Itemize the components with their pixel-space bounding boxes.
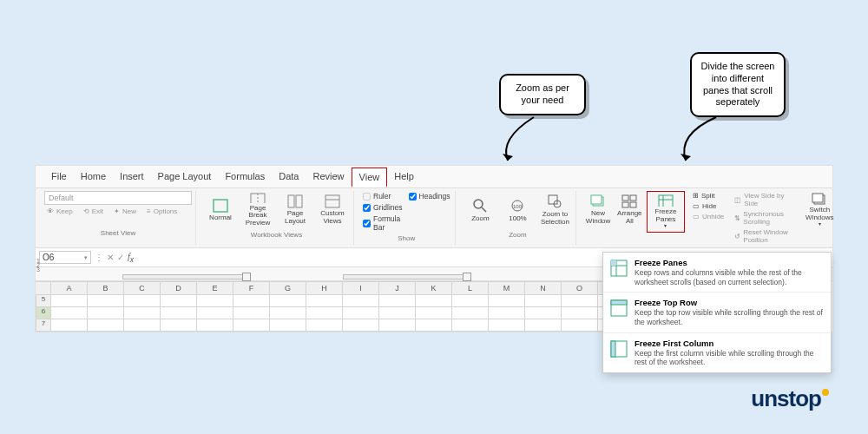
formula-bar-checkbox[interactable]: Formula Bar: [361, 214, 404, 233]
cell[interactable]: [124, 295, 161, 307]
col-header[interactable]: H: [306, 281, 343, 295]
cell[interactable]: [562, 295, 598, 307]
keep-button[interactable]: 👁Keep: [44, 207, 76, 216]
cell[interactable]: [343, 319, 379, 332]
arrange-all-button[interactable]: Arrange All: [615, 191, 644, 229]
cell[interactable]: [489, 307, 525, 319]
split-button[interactable]: ⊞Split: [690, 191, 727, 201]
col-header[interactable]: B: [88, 281, 124, 295]
freeze-top-row-item[interactable]: Freeze Top RowKeep the top row visible w…: [603, 293, 831, 332]
col-header[interactable]: C: [124, 281, 161, 295]
headings-checkbox[interactable]: Headings: [407, 191, 452, 201]
cell[interactable]: [343, 295, 379, 307]
side-by-side-button[interactable]: ◫View Side by Side: [732, 191, 801, 208]
cell[interactable]: [452, 319, 489, 332]
col-header[interactable]: F: [233, 281, 270, 295]
switch-windows-button[interactable]: Switch Windows▾: [804, 191, 835, 229]
options-button[interactable]: ≡Options: [144, 207, 180, 216]
tab-home[interactable]: Home: [74, 168, 113, 187]
zoom-100-button[interactable]: 100100%: [500, 191, 535, 229]
cell[interactable]: [452, 307, 489, 319]
cell[interactable]: [51, 307, 88, 319]
custom-views-button[interactable]: Custom Views: [315, 191, 350, 229]
cell[interactable]: [306, 295, 343, 307]
tab-help[interactable]: Help: [387, 168, 421, 187]
col-header[interactable]: A: [51, 281, 88, 295]
split-bar[interactable]: [122, 274, 244, 279]
cell[interactable]: [124, 319, 161, 332]
split-handle[interactable]: [463, 273, 471, 281]
hide-button[interactable]: ▭Hide: [690, 201, 727, 211]
cell[interactable]: [562, 319, 598, 332]
row-header[interactable]: 7: [36, 319, 51, 332]
cell[interactable]: [197, 295, 233, 307]
cell[interactable]: [161, 319, 197, 332]
tab-file[interactable]: File: [44, 168, 74, 187]
cell[interactable]: [452, 295, 489, 307]
new-window-button[interactable]: New Window: [583, 191, 612, 229]
zoom-selection-button[interactable]: Zoom to Selection: [537, 191, 572, 229]
col-header[interactable]: J: [379, 281, 416, 295]
tab-view[interactable]: View: [352, 168, 388, 187]
col-header[interactable]: G: [270, 281, 306, 295]
cell[interactable]: [562, 307, 598, 319]
cell[interactable]: [306, 307, 343, 319]
tab-review[interactable]: Review: [306, 168, 351, 187]
tab-formulas[interactable]: Formulas: [218, 168, 272, 187]
freeze-first-col-item[interactable]: Freeze First ColumnKeep the first column…: [603, 333, 831, 372]
cell[interactable]: [197, 307, 233, 319]
sync-scroll-button[interactable]: ⇅Synchronous Scrolling: [732, 209, 801, 227]
name-box[interactable]: O6▾: [39, 251, 91, 264]
cell[interactable]: [306, 319, 343, 332]
new-button[interactable]: ✦New: [111, 207, 139, 216]
reset-window-button[interactable]: ↺Reset Window Position: [732, 227, 801, 245]
col-header[interactable]: O: [562, 281, 598, 295]
cancel-icon[interactable]: ✕: [107, 253, 114, 262]
cell[interactable]: [88, 295, 124, 307]
cell[interactable]: [270, 307, 306, 319]
cell[interactable]: [525, 307, 562, 319]
cell[interactable]: [233, 295, 270, 307]
cell[interactable]: [525, 319, 562, 332]
tab-data[interactable]: Data: [272, 168, 306, 187]
cell[interactable]: [51, 295, 88, 307]
cell[interactable]: [416, 295, 452, 307]
cell[interactable]: [525, 295, 562, 307]
tab-insert[interactable]: Insert: [113, 168, 151, 187]
normal-button[interactable]: Normal: [203, 191, 238, 229]
page-layout-button[interactable]: Page Layout: [278, 191, 312, 229]
page-break-button[interactable]: Page Break Preview: [240, 191, 275, 229]
col-header[interactable]: M: [489, 281, 525, 295]
cell[interactable]: [161, 295, 197, 307]
col-header[interactable]: L: [452, 281, 489, 295]
cell[interactable]: [51, 319, 88, 332]
cell[interactable]: [343, 307, 379, 319]
col-header[interactable]: K: [416, 281, 452, 295]
freeze-panes-button[interactable]: Freeze Panes▾: [648, 193, 683, 231]
col-header[interactable]: I: [343, 281, 379, 295]
cell[interactable]: [489, 295, 525, 307]
cell[interactable]: [379, 307, 416, 319]
cell[interactable]: [88, 307, 124, 319]
col-header[interactable]: N: [525, 281, 562, 295]
cell[interactable]: [270, 295, 306, 307]
col-header[interactable]: D: [161, 281, 197, 295]
cell[interactable]: [233, 319, 270, 332]
col-header[interactable]: E: [197, 281, 233, 295]
cell[interactable]: [124, 307, 161, 319]
cell[interactable]: [416, 319, 452, 332]
tab-page-layout[interactable]: Page Layout: [151, 168, 219, 187]
cell[interactable]: [379, 319, 416, 332]
zoom-button[interactable]: Zoom: [463, 191, 497, 229]
gridlines-checkbox[interactable]: Gridlines: [361, 202, 404, 213]
cell[interactable]: [161, 307, 197, 319]
select-all[interactable]: [36, 281, 51, 295]
sheet-view-dropdown[interactable]: Default: [44, 191, 192, 205]
unhide-button[interactable]: ▭Unhide: [690, 212, 727, 221]
split-bar[interactable]: [343, 274, 464, 279]
cell[interactable]: [416, 307, 452, 319]
cell[interactable]: [233, 307, 270, 319]
enter-icon[interactable]: ✓: [117, 253, 124, 262]
split-handle[interactable]: [242, 273, 251, 281]
cell[interactable]: [489, 319, 525, 332]
